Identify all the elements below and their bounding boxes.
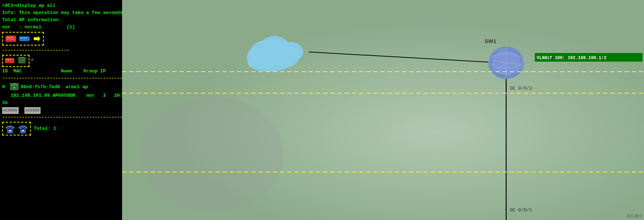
ap-icon bbox=[17, 56, 27, 66]
terminal-text: <AC1>display ap all Info: This operation… bbox=[2, 2, 120, 31]
svg-rect-9 bbox=[26, 38, 27, 39]
svg-point-21 bbox=[22, 129, 24, 131]
dashed-separator-2: ----------------------------------------… bbox=[2, 75, 120, 82]
watermark: 品亿速云 bbox=[627, 213, 643, 219]
total-line: Total AP information: bbox=[2, 17, 61, 23]
router-icon bbox=[5, 34, 17, 44]
svg-point-37 bbox=[140, 97, 284, 211]
svg-rect-4 bbox=[6, 39, 15, 39]
router-icon-2 bbox=[4, 56, 15, 66]
ac6605-label: AC6605 bbox=[24, 107, 41, 114]
ge001-text: GE 0/0/1 bbox=[510, 207, 532, 213]
switch-icon bbox=[19, 34, 30, 44]
svg-rect-15 bbox=[18, 59, 25, 63]
state-col-header: State STA Uptime bbox=[284, 59, 332, 64]
svg-point-17 bbox=[14, 87, 15, 89]
svg-rect-2 bbox=[9, 37, 11, 38]
ap-device-icon bbox=[9, 83, 19, 91]
data-row-2: 192.168.101.99 AP6050DN nor 1 2H:24M: 3s bbox=[2, 92, 120, 106]
svg-rect-12 bbox=[6, 59, 7, 60]
terminal-output: <AC1>display ap all Info: This operation… bbox=[0, 0, 122, 220]
svg-rect-11 bbox=[5, 58, 14, 63]
nor-line: nor : normal [1] bbox=[2, 24, 75, 30]
info-line: Info: This operation may take a few seco… bbox=[2, 10, 122, 15]
arrow-icon bbox=[32, 34, 41, 43]
network-col-header: Network bbox=[198, 59, 215, 64]
cloud-icon bbox=[247, 36, 303, 72]
total-count: Total: 1 bbox=[34, 125, 56, 132]
svg-rect-14 bbox=[10, 59, 11, 60]
svg-rect-7 bbox=[22, 38, 23, 39]
dashed-separator-1: ------------------------ bbox=[2, 47, 120, 54]
group-ip-col-header: Group IP bbox=[152, 59, 176, 64]
ge002-text: GE 0/0/2 bbox=[510, 86, 532, 91]
terminal-panel: <AC1>display ap all Info: This operation… bbox=[0, 0, 122, 220]
wireless-icon-2 bbox=[17, 123, 29, 134]
svg-rect-6 bbox=[20, 38, 22, 39]
svg-rect-1 bbox=[7, 37, 9, 38]
network-diagram-panel: Name Group IP Network Type State STA Upt… bbox=[122, 0, 644, 220]
sw1-text: SW1 bbox=[485, 38, 496, 44]
svg-rect-8 bbox=[24, 38, 25, 39]
ac6005-label: AC6005 bbox=[2, 107, 19, 114]
table-header: ID MAC Name Group IP bbox=[2, 68, 120, 75]
wireless-icon bbox=[4, 123, 16, 134]
type-col-header: Type bbox=[244, 59, 256, 64]
name-col-header: Name bbox=[129, 59, 141, 64]
dashed-separator-3: ----------------------------------------… bbox=[2, 114, 120, 121]
svg-marker-10 bbox=[34, 36, 40, 42]
network-svg: GE 0/0/2 GE 0/0/1 SW1 VLANif 100: 192.16… bbox=[122, 0, 644, 220]
svg-rect-3 bbox=[11, 37, 13, 38]
svg-rect-22 bbox=[122, 0, 644, 220]
svg-point-19 bbox=[9, 129, 11, 131]
svg-rect-13 bbox=[8, 59, 9, 60]
